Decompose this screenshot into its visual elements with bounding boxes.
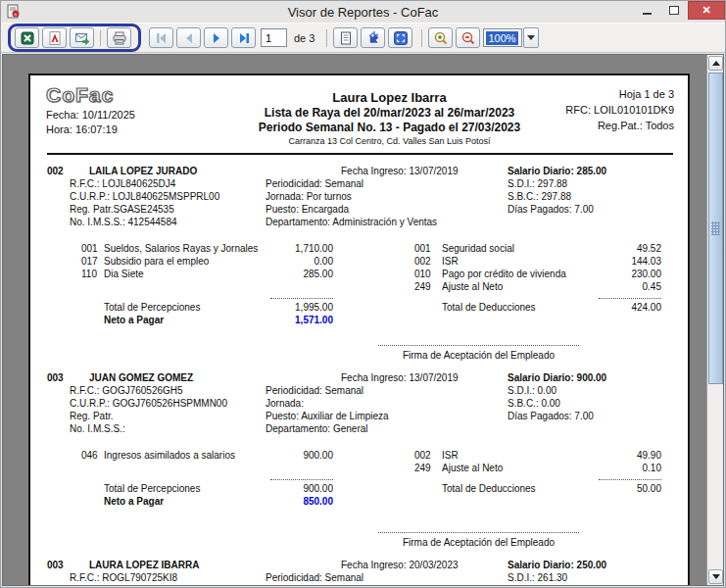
- close-icon: ✕: [702, 4, 710, 17]
- zoom-level-combo[interactable]: 100%: [483, 27, 539, 48]
- page-count-label: de 3: [294, 32, 315, 44]
- concept-name: ISR: [442, 449, 610, 462]
- zoom-out-button[interactable]: [456, 27, 480, 48]
- export-excel-icon: [20, 30, 35, 46]
- concept-code: 002: [414, 449, 442, 462]
- arrow-up-icon: [712, 61, 720, 66]
- employee-rfc: R.F.C.: LOJL840625DJ4: [70, 177, 266, 190]
- fit-page-button[interactable]: [388, 27, 412, 48]
- next-page-button[interactable]: [204, 27, 228, 48]
- employee-info-row: C.U.R.P.: GOGJ760526HSPMMN00 Jornada: S.…: [30, 397, 688, 410]
- total-deducciones-row: Total de Deducciones 424.00: [414, 301, 661, 314]
- concept-value: 285.00: [282, 268, 333, 280]
- scrollbar-grip-icon: [711, 221, 720, 235]
- employee-puesto: Puesto: Auxiliar de Limpieza: [266, 410, 508, 422]
- neto-a-pagar-label: Neto a Pagar: [81, 495, 282, 508]
- employee-info-row: R.F.C.: ROGL790725KI8 Periodicidad: Sema…: [30, 571, 688, 584]
- company-name: Laura Lopez Ibarra: [254, 90, 525, 105]
- dotted-divider: [270, 293, 333, 299]
- close-button[interactable]: ✕: [688, 1, 725, 20]
- neto-a-pagar-label: Neto a Pagar: [81, 314, 282, 326]
- totals-section: Total de Percepciones 900.00 Neto a Paga…: [30, 474, 688, 508]
- zoom-level-value[interactable]: 100%: [483, 28, 522, 47]
- first-page-button[interactable]: [149, 27, 173, 48]
- signature-label: Firma de Aceptación del Empleado: [378, 349, 579, 362]
- concept-name: Sueldos, Salarios Rayas y Jornales: [104, 242, 282, 255]
- zoom-combo-dropdown-button[interactable]: [523, 27, 539, 48]
- concept-value: 0.00: [282, 255, 333, 268]
- concept-code: 010: [414, 268, 442, 280]
- neto-a-pagar-value: 1,571.00: [282, 314, 333, 326]
- concept-code: 001: [81, 242, 104, 255]
- employee-name: LAILA LOPEZ JURADO: [89, 165, 266, 177]
- employee-salario-diario: Salario Diario: 250.00: [508, 559, 688, 571]
- concept-value: 49.90: [610, 449, 661, 462]
- employee-fecha-ingreso: Fecha Ingreso: 13/07/2019: [266, 165, 508, 177]
- total-deducciones-label: Total de Deducciones: [414, 482, 610, 495]
- export-pdf-button[interactable]: [42, 27, 67, 48]
- export-excel-button[interactable]: [15, 27, 39, 48]
- maximize-button[interactable]: [660, 1, 688, 20]
- concept-name: ISR: [442, 255, 610, 268]
- zoom-in-button[interactable]: [428, 27, 453, 48]
- report-header-left: CoFac Fecha: 10/11/2025 Hora: 16:07:19: [46, 83, 254, 146]
- deduccion-row: 001 Seguridad social 49.52: [414, 242, 661, 255]
- employee-puesto: Puesto: Encargada: [266, 203, 508, 216]
- last-page-button[interactable]: [231, 27, 256, 48]
- report-header-center: Laura Lopez Ibarra Lista de Raya del 20/…: [254, 83, 525, 146]
- scroll-up-button[interactable]: [708, 56, 723, 71]
- employee-imss: No. I.M.S.S.:: [70, 422, 266, 435]
- concept-code: 001: [414, 242, 442, 255]
- scroll-down-button[interactable]: [708, 569, 723, 584]
- concepts-section: 001 Sueldos, Salarios Rayas y Jornales 1…: [30, 242, 688, 293]
- percepciones-column: 046 Ingresos asimilados a salarios 900.0…: [81, 449, 333, 474]
- cofac-logo: CoFac: [46, 83, 254, 107]
- neto-a-pagar-row: Neto a Pagar 1,571.00: [81, 314, 333, 326]
- continuous-view-button[interactable]: [361, 27, 385, 48]
- employee-jornada: Jornada:: [266, 397, 508, 410]
- concept-value: 49.52: [610, 242, 661, 255]
- concept-code: 002: [414, 255, 442, 268]
- employee-imss: No. I.M.S.S.: 412544584: [70, 216, 266, 228]
- neto-a-pagar-row: Neto a Pagar 850.00: [81, 495, 333, 508]
- scrollbar-thumb[interactable]: [708, 73, 723, 384]
- chevron-down-icon: [527, 35, 535, 40]
- employee-fecha-ingreso: Fecha Ingreso: 20/03/2023: [266, 559, 508, 571]
- employee-info-row: No. I.M.S.S.: Departamento: General: [30, 422, 688, 435]
- next-page-icon: [210, 32, 223, 44]
- concept-value: 230.00: [610, 268, 661, 280]
- deduccion-row: 002 ISR 144.03: [414, 255, 661, 268]
- single-page-view-icon: [338, 30, 354, 46]
- send-email-button[interactable]: [70, 27, 94, 48]
- arrow-down-icon: [712, 574, 720, 579]
- total-percepciones-row: Total de Percepciones 1,995.00: [81, 301, 333, 314]
- previous-page-icon: [182, 32, 196, 44]
- total-percepciones-row: Total de Percepciones 900.00: [81, 482, 333, 495]
- totals-section: Total de Percepciones 1,995.00 Neto a Pa…: [30, 293, 688, 326]
- report-time: Hora: 16:07:19: [46, 122, 254, 136]
- employee-sdi: S.D.I.: 261.30: [508, 571, 688, 584]
- report-title: Lista de Raya del 20/mar/2023 al 26/mar/…: [254, 106, 525, 120]
- employee-info-row: C.U.R.P.: LOJL840625MSPPRL00 Jornada: Po…: [30, 190, 688, 203]
- first-page-icon: [155, 32, 169, 44]
- vertical-scrollbar[interactable]: [706, 55, 723, 585]
- single-page-view-button[interactable]: [333, 27, 358, 48]
- signature-line: [378, 336, 579, 346]
- employee-block: 003 JUAN GOMEZ GOMEZ Fecha Ingreso: 13/0…: [30, 371, 688, 549]
- total-deducciones-value: 424.00: [610, 301, 661, 314]
- employee-salario-diario: Salario Diario: 285.00: [508, 165, 688, 177]
- export-group-highlight: [8, 24, 141, 52]
- page-number-input[interactable]: [261, 28, 287, 47]
- toolbar-separator: [100, 30, 101, 46]
- minimize-button[interactable]: [633, 1, 660, 20]
- previous-page-button[interactable]: [176, 27, 201, 48]
- employee-jornada: Jornada: Diurna: [266, 584, 508, 586]
- employee-header-row: 002 LAILA LOPEZ JURADO Fecha Ingreso: 13…: [30, 165, 688, 177]
- toolbar-separator: [421, 29, 422, 47]
- employee-reg-patr: Reg. Patr.: [70, 410, 266, 422]
- print-button[interactable]: [107, 27, 131, 48]
- zoom-out-icon: [460, 30, 476, 46]
- signature-section: Firma de Aceptación del Empleado: [378, 336, 579, 362]
- percepciones-column: 001 Sueldos, Salarios Rayas y Jornales 1…: [81, 242, 333, 293]
- employee-curp: C.U.R.P.: LOIL790725MSPPBR00: [70, 584, 266, 586]
